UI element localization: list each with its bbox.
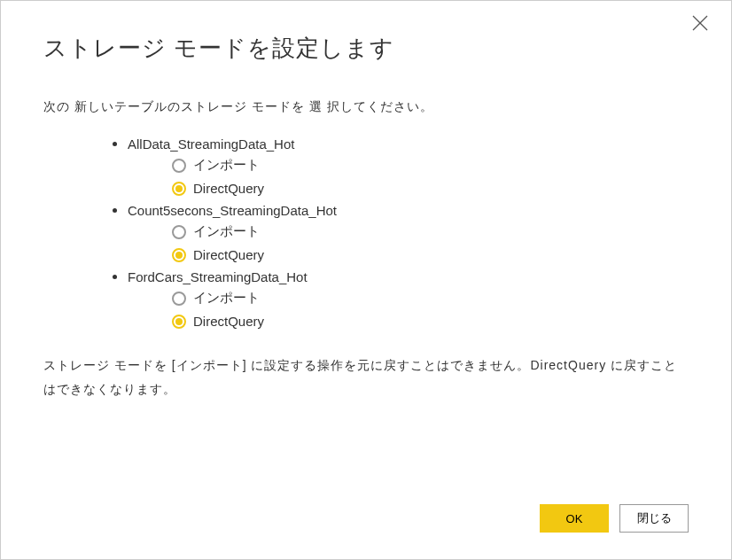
radio-icon <box>172 159 186 173</box>
radio-group: インポート DirectQuery <box>172 223 689 262</box>
warning-text: ストレージ モードを [インポート] に設定する操作を元に戻すことはできません。… <box>43 354 689 401</box>
table-item: Count5secons_StreamingData_Hot インポート Dir… <box>113 203 689 262</box>
radio-group: インポート DirectQuery <box>172 290 689 329</box>
radio-icon <box>172 292 186 306</box>
radio-icon <box>172 225 186 239</box>
dialog-title: ストレージ モードを設定します <box>43 33 689 64</box>
bullet-icon <box>113 208 117 213</box>
radio-directquery[interactable]: DirectQuery <box>172 247 689 262</box>
radio-import[interactable]: インポート <box>172 223 689 240</box>
instruction-text: 次の 新しいテーブルのストレージ モードを 選 択してください。 <box>43 99 689 115</box>
bullet-icon <box>113 275 117 279</box>
storage-mode-dialog: ストレージ モードを設定します 次の 新しいテーブルのストレージ モードを 選 … <box>1 1 731 559</box>
radio-icon <box>172 315 186 329</box>
radio-label: インポート <box>193 157 260 174</box>
ok-button[interactable]: OK <box>540 504 609 533</box>
radio-group: インポート DirectQuery <box>172 157 689 196</box>
table-name: Count5secons_StreamingData_Hot <box>128 203 337 218</box>
table-name: AllData_StreamingData_Hot <box>128 136 294 152</box>
close-icon[interactable] <box>692 15 713 36</box>
table-name: FordCars_StreamingData_Hot <box>128 269 308 284</box>
radio-directquery[interactable]: DirectQuery <box>172 314 689 329</box>
table-name-row: AllData_StreamingData_Hot <box>113 136 689 152</box>
radio-label: DirectQuery <box>193 181 264 196</box>
radio-label: DirectQuery <box>193 314 264 329</box>
radio-label: インポート <box>193 223 260 240</box>
radio-icon <box>172 182 186 196</box>
radio-import[interactable]: インポート <box>172 157 689 174</box>
radio-directquery[interactable]: DirectQuery <box>172 181 689 196</box>
table-name-row: FordCars_StreamingData_Hot <box>113 269 689 284</box>
bullet-icon <box>113 142 117 146</box>
radio-import[interactable]: インポート <box>172 290 689 307</box>
radio-label: インポート <box>193 290 260 307</box>
radio-label: DirectQuery <box>193 247 264 262</box>
table-item: FordCars_StreamingData_Hot インポート DirectQ… <box>113 269 689 329</box>
table-name-row: Count5secons_StreamingData_Hot <box>113 203 689 218</box>
button-row: OK 閉じる <box>540 504 689 533</box>
radio-icon <box>172 248 186 262</box>
table-list: AllData_StreamingData_Hot インポート DirectQu… <box>113 136 689 329</box>
table-item: AllData_StreamingData_Hot インポート DirectQu… <box>113 136 689 196</box>
close-button[interactable]: 閉じる <box>619 504 689 533</box>
